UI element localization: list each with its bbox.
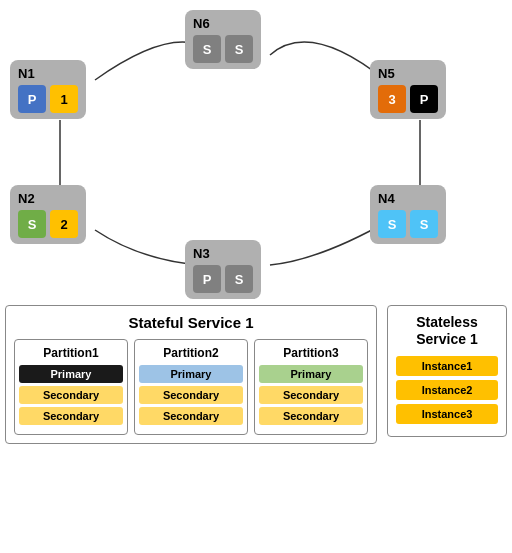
node-n3-label: N3 [193,246,210,261]
partition1-title: Partition1 [19,346,123,360]
partition1-secondary1: Secondary [19,386,123,404]
partition2-primary: Primary [139,365,243,383]
chip-n2-s: S [18,210,46,238]
partitions-row: Partition1 Primary Secondary Secondary P… [14,339,368,435]
partition1-secondary2: Secondary [19,407,123,425]
partition3-secondary1: Secondary [259,386,363,404]
node-n6: N6 S S [185,10,261,69]
stateless-service-box: Stateless Service 1 Instance1 Instance2 … [387,305,507,437]
node-n5: N5 3 P [370,60,446,119]
node-n4-label: N4 [378,191,395,206]
partition2-title: Partition2 [139,346,243,360]
chip-n3-s: S [225,265,253,293]
node-n5-label: N5 [378,66,395,81]
partition2-secondary2: Secondary [139,407,243,425]
chip-n5-3: 3 [378,85,406,113]
chip-n4-s2: S [410,210,438,238]
stateful-service-box: Stateful Service 1 Partition1 Primary Se… [5,305,377,444]
stateless-title: Stateless Service 1 [396,314,498,348]
partition3-primary: Primary [259,365,363,383]
partition3-secondary2: Secondary [259,407,363,425]
node-n3: N3 P S [185,240,261,299]
node-n2-label: N2 [18,191,35,206]
instance1-badge: Instance1 [396,356,498,376]
node-n2: N2 S 2 [10,185,86,244]
chip-n3-p: P [193,265,221,293]
node-n6-label: N6 [193,16,210,31]
bottom-section: Stateful Service 1 Partition1 Primary Se… [5,305,507,444]
partition2-secondary1: Secondary [139,386,243,404]
instance3-badge: Instance3 [396,404,498,424]
node-n4-chips: S S [378,210,438,238]
chip-n2-2: 2 [50,210,78,238]
node-n3-chips: P S [193,265,253,293]
stateful-title: Stateful Service 1 [14,314,368,331]
partition2-box: Partition2 Primary Secondary Secondary [134,339,248,435]
chip-n6-s2: S [225,35,253,63]
chip-n1-p: P [18,85,46,113]
partition1-box: Partition1 Primary Secondary Secondary [14,339,128,435]
partition3-title: Partition3 [259,346,363,360]
instance2-badge: Instance2 [396,380,498,400]
chip-n5-p: P [410,85,438,113]
chip-n4-s1: S [378,210,406,238]
chip-n1-1: 1 [50,85,78,113]
node-n6-chips: S S [193,35,253,63]
node-n4: N4 S S [370,185,446,244]
node-n1-label: N1 [18,66,35,81]
partition3-box: Partition3 Primary Secondary Secondary [254,339,368,435]
diagram-area: N6 S S N1 P 1 N5 3 P N2 S 2 N4 S S [0,0,512,300]
partition1-primary: Primary [19,365,123,383]
node-n1-chips: P 1 [18,85,78,113]
node-n5-chips: 3 P [378,85,438,113]
node-n1: N1 P 1 [10,60,86,119]
node-n2-chips: S 2 [18,210,78,238]
chip-n6-s1: S [193,35,221,63]
